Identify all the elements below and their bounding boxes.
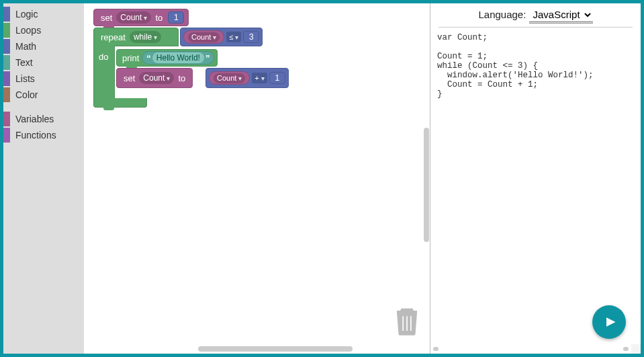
play-icon (604, 316, 616, 328)
toolbox-label: Loops (15, 25, 41, 36)
block-print[interactable]: print “ Hello World! ” (116, 49, 218, 67)
operator-dropdown[interactable]: +▾ (252, 73, 267, 83)
toolbox-item-text[interactable]: Text (3, 54, 84, 71)
repeat-label: repeat (98, 32, 128, 42)
variable-name: Count (217, 74, 236, 82)
toolbox-label: Lists (15, 73, 35, 84)
operator-dropdown[interactable]: ≤▾ (226, 32, 241, 42)
horizontal-scrollbar[interactable] (84, 344, 430, 354)
variable-name: Count (143, 73, 165, 83)
run-button[interactable] (592, 305, 626, 339)
category-color (3, 87, 10, 102)
connector-notch (103, 106, 114, 110)
quote-close-icon: ” (204, 53, 212, 63)
block-set-count-1[interactable]: set Count▾ to 1 (93, 9, 189, 26)
code-hscroll[interactable] (430, 344, 631, 354)
toolbox-label: Color (15, 89, 38, 100)
workspace[interactable]: set Count▾ to 1 repeat while▾ Count▾ (84, 3, 430, 354)
toolbox-label: Variables (15, 114, 54, 124)
number-input[interactable]: 3 (243, 31, 259, 43)
repeat-foot (93, 98, 147, 108)
category-color (3, 39, 10, 54)
toolbox-item-logic[interactable]: Logic (3, 6, 84, 22)
category-color (3, 55, 10, 70)
block-set-count-increment[interactable]: set Count▾ to (116, 68, 193, 88)
app-frame: Logic Loops Math Text Lists Color Variab… (0, 0, 644, 357)
toolbox-item-lists[interactable]: Lists (3, 71, 84, 87)
toolbox-label: Text (15, 57, 33, 68)
toolbox: Logic Loops Math Text Lists Color Variab… (3, 3, 84, 354)
scroll-arrow-right[interactable] (623, 347, 629, 351)
scroll-arrow-left[interactable] (433, 347, 439, 351)
divider (439, 27, 633, 28)
variable-dropdown[interactable]: Count▾ (139, 72, 174, 84)
category-color (3, 112, 10, 126)
toolbox-item-math[interactable]: Math (3, 38, 84, 54)
category-color (3, 128, 10, 143)
toolbox-label: Math (15, 41, 36, 52)
toolbox-separator (3, 103, 84, 111)
toolbox-item-loops[interactable]: Loops (3, 22, 84, 38)
vertical-scrollbar[interactable] (421, 3, 430, 344)
number-input[interactable]: 1 (168, 11, 184, 24)
chevron-down-icon: ▾ (235, 34, 238, 41)
category-color (3, 71, 10, 86)
language-select[interactable]: JavaScript (529, 7, 593, 22)
to-label: to (152, 13, 165, 23)
code-header: Language: JavaScript (430, 3, 641, 26)
variable-name: Count (191, 33, 211, 41)
variable-pill[interactable]: Count▾ (183, 30, 224, 44)
repeat-mode-dropdown[interactable]: while▾ (130, 31, 161, 43)
scrollbar-thumb[interactable] (198, 346, 353, 352)
variable-name: Count (120, 13, 142, 22)
block-repeat-while[interactable]: repeat while▾ (93, 28, 179, 46)
toolbox-item-variables[interactable]: Variables (3, 111, 84, 127)
variable-pill[interactable]: Count▾ (209, 71, 250, 85)
chevron-down-icon: ▾ (238, 75, 242, 82)
code-panel: Language: JavaScript var Count; Count = … (430, 3, 641, 354)
chevron-down-icon: ▾ (261, 75, 265, 82)
scrollbar-thumb[interactable] (424, 128, 429, 242)
print-label: print (120, 53, 142, 63)
chevron-down-icon: ▾ (154, 34, 157, 41)
chevron-down-icon: ▾ (167, 75, 170, 82)
chevron-down-icon: ▾ (144, 14, 147, 22)
language-label: Language: (478, 9, 526, 20)
number-input[interactable]: 1 (269, 72, 285, 84)
mode-label: while (134, 32, 152, 42)
text-value[interactable]: “ Hello World! ” (142, 51, 214, 65)
to-label: to (175, 73, 188, 83)
block-arithmetic[interactable]: Count▾ +▾ 1 (205, 68, 289, 88)
toolbox-label: Functions (15, 130, 56, 141)
text-literal[interactable]: Hello World! (152, 52, 204, 63)
variable-dropdown[interactable]: Count▾ (116, 11, 151, 24)
toolbox-item-color[interactable]: Color (3, 87, 84, 103)
operator-label: + (255, 74, 259, 82)
category-color (3, 23, 10, 38)
block-compare[interactable]: Count▾ ≤▾ 3 (180, 28, 263, 46)
toolbox-label: Logic (15, 9, 38, 19)
set-label: set (98, 13, 115, 23)
quote-open-icon: “ (145, 53, 152, 63)
toolbox-item-functions[interactable]: Functions (3, 127, 84, 143)
do-label: do (99, 52, 108, 62)
chevron-down-icon: ▾ (213, 34, 216, 41)
trash-icon[interactable] (394, 305, 420, 339)
category-color (3, 7, 10, 22)
operator-label: ≤ (229, 33, 233, 41)
set-label: set (121, 73, 138, 83)
scroll-corner (631, 344, 641, 354)
